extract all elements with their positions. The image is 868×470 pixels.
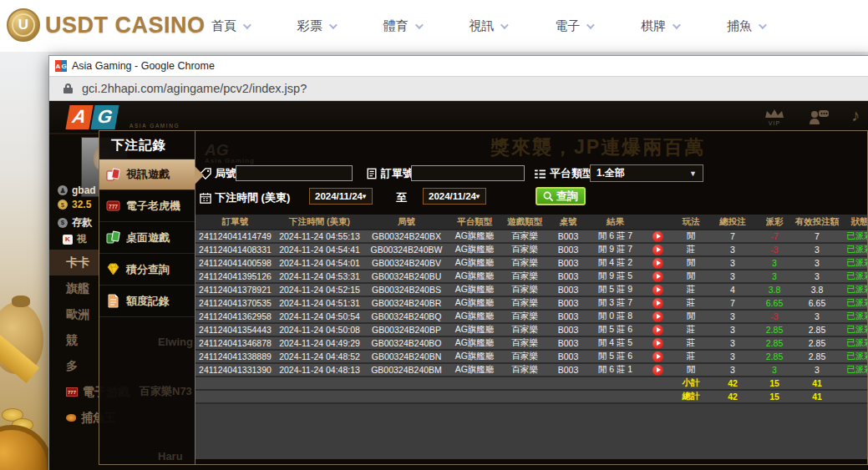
cell-platform: AG旗艦廳 bbox=[449, 363, 500, 377]
ag-favicon: A G bbox=[55, 60, 67, 72]
date-from-select[interactable]: 2024/11/24 ▼ bbox=[309, 188, 373, 205]
replay-play-button[interactable] bbox=[652, 245, 663, 255]
nav-menu-item[interactable]: 彩票 bbox=[297, 18, 335, 34]
cell-status: 已派彩 bbox=[840, 310, 867, 323]
sidebar-label: 積分查詢 bbox=[126, 262, 170, 277]
customer-service-icon[interactable] bbox=[808, 109, 830, 129]
sidebar-item-points-query[interactable]: 積分查詢 bbox=[99, 254, 195, 286]
lobby-menu-label: 多 bbox=[66, 359, 78, 374]
column-header: 總投注 bbox=[710, 215, 755, 230]
search-icon bbox=[543, 191, 554, 202]
ag-logo[interactable]: A G bbox=[68, 105, 117, 129]
replay-play-button[interactable] bbox=[652, 311, 663, 322]
cell-game-type: 百家樂 bbox=[500, 323, 549, 336]
column-header: 派彩 bbox=[755, 215, 794, 230]
replay-play-button[interactable] bbox=[652, 365, 663, 376]
cell-table-number: B003 bbox=[549, 243, 587, 256]
total-row: 總計 42 15 41 bbox=[195, 390, 867, 403]
cell-table-number: B003 bbox=[549, 336, 587, 350]
replay-play-button[interactable] bbox=[652, 298, 663, 309]
cell-payout: 6.65 bbox=[755, 296, 794, 310]
cell-replay bbox=[643, 243, 672, 256]
cell-game-type: 百家樂 bbox=[500, 350, 549, 363]
platform-type-label: 平台類型 bbox=[534, 166, 593, 181]
window-titlebar[interactable]: A G Asia Gaming - Google Chrome bbox=[49, 56, 868, 76]
round-number-input[interactable] bbox=[236, 165, 353, 181]
deposit-row[interactable]: $ 存款 bbox=[58, 215, 92, 230]
platform-type-select[interactable]: 1.全部 ▼ bbox=[590, 164, 703, 182]
cell-status: 已派彩 bbox=[840, 336, 867, 350]
sidebar-label: 電子老虎機 bbox=[126, 199, 180, 214]
lock-icon bbox=[63, 83, 73, 93]
replay-play-button[interactable] bbox=[652, 285, 663, 296]
cell-play-type: 莊 bbox=[672, 296, 710, 310]
sidebar-label: 視訊遊戲 bbox=[126, 167, 170, 182]
cell-play-type: 莊 bbox=[672, 336, 710, 350]
search-button[interactable]: 查詢 bbox=[536, 187, 586, 205]
cell-valid-bet: 2.85 bbox=[794, 336, 840, 350]
cell-replay bbox=[643, 230, 672, 243]
chevron-down-icon bbox=[329, 21, 338, 29]
site-logo[interactable]: U USDT CASINO bbox=[7, 8, 206, 42]
replay-play-button[interactable] bbox=[652, 258, 663, 269]
betting-record-panel: 下注記錄 視訊遊戲 777 電子老虎機 bbox=[99, 130, 868, 465]
cell-payout: 2.85 bbox=[755, 323, 794, 336]
table-row: 241124041400598 2024-11-24 04:54:01 GB00… bbox=[195, 256, 867, 270]
cell-total-bet: 7 bbox=[710, 296, 755, 310]
url-text: gci.2hhapi.com/agingame/pcv2/index.jsp? bbox=[82, 82, 307, 95]
date-to-select[interactable]: 2024/11/24 ▼ bbox=[423, 188, 486, 205]
calendar-icon bbox=[200, 192, 211, 204]
nav-menu-item[interactable]: 視訊 bbox=[469, 18, 506, 34]
cell-total-bet: 3 bbox=[710, 310, 755, 323]
sidebar-item-table-games[interactable]: 桌面遊戲 bbox=[99, 222, 195, 254]
nav-menu-item[interactable]: 首頁 bbox=[211, 18, 249, 34]
cell-replay bbox=[643, 270, 672, 283]
cell-play-type: 閒 bbox=[672, 363, 710, 377]
column-header: 結果 bbox=[587, 215, 643, 230]
subtotal-bet: 42 bbox=[710, 377, 755, 390]
cell-table-number: B003 bbox=[549, 256, 587, 270]
table-row: 241124041331390 2024-11-24 04:48:13 GB00… bbox=[195, 363, 867, 377]
select-arrow-icon: ▼ bbox=[689, 169, 697, 178]
cell-round-number: GB00324B240BN bbox=[364, 350, 449, 363]
cell-bet-time: 2024-11-24 04:50:08 bbox=[275, 323, 364, 336]
replay-play-button[interactable] bbox=[652, 231, 663, 242]
replay-play-button[interactable] bbox=[652, 351, 663, 362]
cell-valid-bet: 3 bbox=[794, 256, 840, 270]
cell-valid-bet: 3 bbox=[794, 243, 840, 256]
order-number-input[interactable] bbox=[411, 165, 525, 181]
replay-play-button[interactable] bbox=[652, 338, 663, 349]
nav-menu-item[interactable]: 棋牌 bbox=[641, 18, 678, 34]
table-row: 241124041370535 2024-11-24 04:51:31 GB00… bbox=[195, 296, 867, 310]
cell-order-number: 241124041354443 bbox=[195, 323, 275, 336]
nav-menu-item[interactable]: 電子 bbox=[555, 18, 592, 34]
cell-bet-time: 2024-11-24 04:51:31 bbox=[275, 296, 364, 310]
video-games-row[interactable]: K 視 bbox=[63, 232, 87, 246]
lobby-menu-icon bbox=[66, 414, 76, 422]
chevron-down-icon bbox=[759, 21, 767, 29]
cards-icon: K bbox=[63, 235, 73, 245]
replay-play-button[interactable] bbox=[652, 325, 663, 336]
cell-status: 已派彩 bbox=[840, 323, 867, 336]
table-row: 241124041408331 2024-11-24 04:54:41 GB00… bbox=[195, 243, 867, 256]
table-row: 241124041346878 2024-11-24 04:49:29 GB00… bbox=[195, 336, 867, 350]
cell-payout: 3 bbox=[755, 256, 794, 270]
cell-total-bet: 3 bbox=[710, 243, 755, 256]
sidebar-item-slots[interactable]: 777 電子老虎機 bbox=[99, 190, 195, 222]
cell-order-number: 241124041331390 bbox=[195, 363, 275, 377]
cell-replay bbox=[643, 296, 672, 310]
lobby-menu-label: 歐洲 bbox=[66, 307, 89, 322]
ag-logo-a: A bbox=[65, 105, 93, 129]
nav-menu-item[interactable]: 捕魚 bbox=[727, 18, 764, 34]
cell-bet-time: 2024-11-24 04:53:31 bbox=[275, 270, 364, 283]
url-bar[interactable]: gci.2hhapi.com/agingame/pcv2/index.jsp? bbox=[49, 76, 868, 101]
sidebar-item-credit-record[interactable]: 額度記錄 bbox=[99, 286, 195, 317]
sidebar-item-video-games[interactable]: 視訊遊戲 bbox=[99, 159, 195, 190]
music-note-icon[interactable]: ♪ bbox=[851, 106, 860, 125]
site-nav-menu: 首頁 彩票 體育 視訊 電子 棋牌 捕魚 bbox=[211, 0, 764, 52]
nav-menu-item[interactable]: 體育 bbox=[383, 18, 421, 34]
vip-crown-icon[interactable]: VIP bbox=[764, 107, 785, 126]
replay-play-button[interactable] bbox=[652, 271, 663, 282]
cell-result: 閒 9 莊 5 bbox=[587, 270, 643, 283]
ag-page: A G ASIA GAMING VIP ♪ bbox=[49, 101, 868, 470]
